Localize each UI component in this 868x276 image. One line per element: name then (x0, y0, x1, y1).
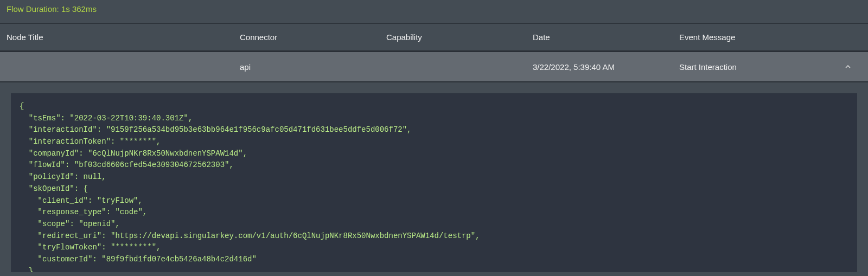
flow-duration: Flow Duration: 1s 362ms (0, 0, 868, 18)
events-table: Node Title Connector Capability Date Eve… (0, 23, 868, 82)
col-capability: Capability (386, 33, 533, 42)
table-header-row: Node Title Connector Capability Date Eve… (0, 24, 868, 52)
json-content: { "tsEms": "2022-03-22T10:39:40.301Z", "… (20, 101, 848, 272)
cell-date: 3/22/2022, 5:39:40 AM (533, 62, 679, 72)
flow-duration-value: 1s 362ms (61, 4, 97, 14)
col-date: Date (533, 33, 679, 42)
cell-connector: api (240, 62, 386, 72)
col-connector: Connector (240, 33, 386, 42)
flow-duration-label: Flow Duration: (7, 4, 59, 14)
json-detail-panel: { "tsEms": "2022-03-22T10:39:40.301Z", "… (11, 93, 857, 272)
collapse-icon[interactable] (834, 62, 861, 72)
col-node-title: Node Title (7, 33, 240, 42)
table-row[interactable]: api 3/22/2022, 5:39:40 AM Start Interact… (0, 52, 868, 82)
col-event-message: Event Message (679, 33, 834, 42)
cell-event-message: Start Interaction (679, 62, 834, 72)
